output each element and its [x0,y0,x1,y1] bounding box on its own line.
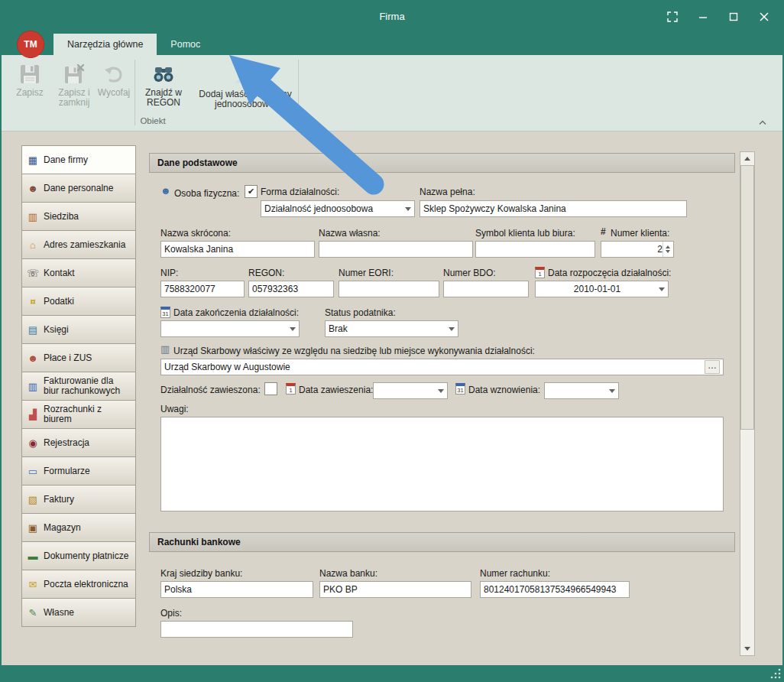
date-data-wznowienia[interactable] [544,382,619,399]
app-menu-button[interactable]: TM [17,31,44,58]
combo-value: Działalność jednoosobowa [264,203,402,214]
date-data-zakonczenia[interactable] [160,320,300,337]
dropdown-arrow-icon[interactable] [290,327,296,331]
binoculars-icon [152,63,175,86]
label-data-wznowienia: Data wznowienia: [468,385,540,395]
app-window: Firma TM Narzędzia główne Pomoc [0,0,784,682]
input-nazwa-skrocona[interactable]: Kowalska Janina [160,241,315,258]
close-button[interactable] [749,0,779,34]
scrollbar-thumb[interactable] [740,165,754,430]
vertical-scrollbar[interactable] [740,151,755,656]
save-button-label: Zapisz [16,88,43,98]
calendar-icon: 31 [160,307,170,318]
banknote-icon: ▬ [27,551,39,561]
sidebar-item-place-i-zus[interactable]: ☻Płace i ZUS [21,343,136,372]
tab-narzedzia-glowne[interactable]: Narzędzia główne [53,34,157,55]
label-uwagi: Uwagi: [160,404,189,414]
input-regon[interactable]: 057932363 [248,281,334,297]
input-nazwa-banku[interactable]: PKO BP [319,581,471,598]
sidebar-item-magazyn[interactable]: ▣Magazyn [21,513,136,542]
combo-value: Brak [329,323,445,334]
ribbon-display-options-button[interactable] [657,0,688,34]
section-title: Dane podstawowe [157,158,238,168]
sidebar-item-label: Płace i ZUS [44,353,92,363]
spin-down-icon[interactable] [666,250,670,253]
dropdown-arrow-icon[interactable] [609,389,615,393]
maximize-icon [728,11,739,22]
maximize-button[interactable] [718,0,749,34]
dropdown-arrow-icon[interactable] [449,327,455,331]
calendar-icon: 31 [455,383,465,395]
input-value: 057932363 [252,284,330,294]
ribbon: Zapisz Zapisz i zamknij Wycofaj [2,55,782,132]
label-numer-klienta: Numer klienta: [611,228,669,239]
sidebar-item-wlasne[interactable]: ✎Własne [21,598,136,627]
sidebar-item-kontakt[interactable]: ☏Kontakt [21,258,136,287]
section-title: Rachunki bankowe [157,537,241,547]
book-icon: ▤ [27,325,39,335]
document-icon: ▥ [27,382,39,391]
dropdown-arrow-icon[interactable] [405,207,411,211]
input-kraj-banku[interactable]: Polska [160,581,313,598]
sidebar-item-label: Dane firmy [44,155,88,165]
find-in-regon-button-label: Znajdź w REGON [138,88,190,108]
input-opis[interactable] [160,621,353,638]
sidebar-item-poczta-elektroniczna[interactable]: ✉Poczta elektroniczna [21,570,136,599]
ribbon-tabs: Narzędzia główne Pomoc [53,34,214,55]
app-logo: TM [24,39,37,50]
calendar-icon: 1 [535,267,545,278]
sidebar-item-adres-zamieszkania[interactable]: ⌂Adres zamieszkania [21,230,136,259]
office-building-icon: ▥ [160,344,170,355]
sidebar-item-label: Dane personalne [44,183,113,193]
sidebar-item-faktury[interactable]: ▧Faktury [21,485,136,514]
dropdown-arrow-icon[interactable] [438,389,444,393]
sidebar-item-dokumenty-platnicze[interactable]: ▬Dokumenty płatnicze [21,541,136,570]
dropdown-arrow-icon[interactable] [659,287,665,291]
form-icon: ▭ [27,466,39,476]
sidebar-item-fakturowanie[interactable]: ▥Fakturowanie dla biur rachunkowych [21,372,136,401]
date-data-rozpoczecia[interactable]: 2010-01-01 [535,281,669,297]
people-icon: ☻ [27,353,39,363]
combo-forma-dzialalnosci[interactable]: Działalność jednoosobowa [261,200,415,217]
minimize-button[interactable] [688,0,718,34]
sidebar-item-label: Fakturowanie dla biur rachunkowych [44,376,131,396]
checkbox-dzialalnosc-zawieszona[interactable] [264,382,277,395]
label-dzialalnosc-zawieszona: Działalność zawieszona: [160,385,261,395]
sidebar-item-dane-personalne[interactable]: ☻Dane personalne [21,174,136,203]
scroll-down-button[interactable] [740,642,754,655]
spin-up-icon[interactable] [666,245,670,248]
checkbox-osoba-fizyczna[interactable]: ✔ [245,185,258,198]
ribbon-separator [298,60,299,125]
textarea-uwagi[interactable] [160,417,724,512]
browse-button[interactable]: … [705,360,720,374]
sidebar-item-ksiegi[interactable]: ▤Księgi [21,315,136,344]
sidebar-item-rozrachunki[interactable]: ▟Rozrachunki z biurem [21,400,136,429]
calendar-icon: 1 [286,383,296,395]
collapse-ribbon-button[interactable] [756,118,769,127]
input-symbol-klienta[interactable] [475,241,595,258]
sidebar-item-label: Dokumenty płatnicze [44,551,128,561]
label-nip: NIP: [160,268,178,278]
sidebar-item-formularze[interactable]: ▭Formularze [21,456,136,486]
input-numer-rachunku[interactable]: 80124017058137534966549943 [480,581,630,598]
sidebar-item-siedziba[interactable]: ▥Siedziba [21,202,136,231]
input-numer-eori[interactable] [339,281,439,297]
sidebar-item-podatki[interactable]: ¤Podatki [21,287,136,316]
sidebar-item-dane-firmy[interactable]: ▦Dane firmy [21,145,136,174]
date-data-zawieszenia[interactable] [373,382,448,399]
input-nazwa-wlasna[interactable] [319,241,473,258]
scroll-up-button[interactable] [740,152,754,165]
input-nazwa-pelna[interactable]: Sklep Spożywczy Kowalska Janina [420,200,687,217]
tab-pomoc[interactable]: Pomoc [157,34,214,55]
label-nazwa-wlasna: Nazwa własna: [319,228,381,239]
sidebar-item-label: Adres zamieszkania [44,240,125,250]
spinner-buttons[interactable] [663,242,670,257]
resize-grip[interactable] [769,667,782,680]
sidebar-item-rejestracja[interactable]: ◉Rejestracja [21,428,136,457]
input-urzad-skarbowy[interactable]: Urząd Skarbowy w Augustowie … [160,359,724,375]
spinner-numer-klienta[interactable]: 2 [601,241,674,258]
input-nip[interactable]: 7588320077 [160,281,245,297]
combo-status-podatnika[interactable]: Brak [325,320,458,337]
input-numer-bdo[interactable] [443,281,529,297]
sidebar-item-label: Księgi [44,325,69,335]
